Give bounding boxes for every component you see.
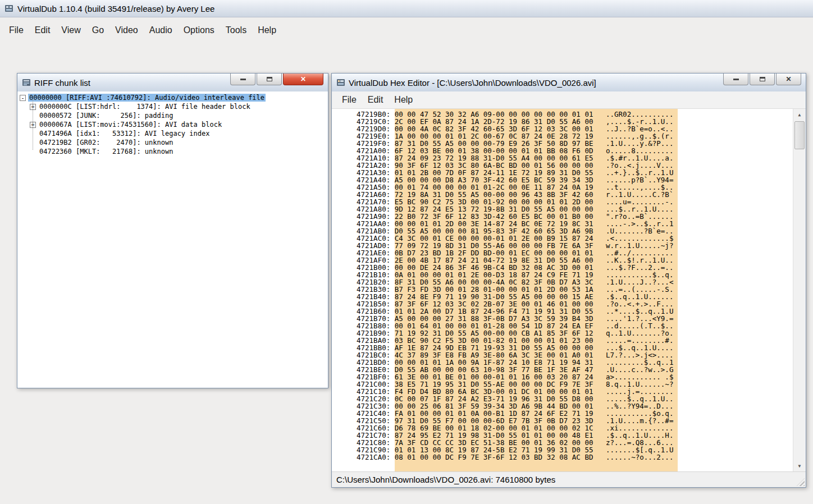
hex-window-icon [336, 78, 345, 87]
minimize-icon [733, 79, 739, 80]
scrollbar-thumb[interactable] [794, 121, 805, 149]
hex-menu-bar: FileEditHelp [332, 91, 806, 109]
tree-indent [20, 116, 30, 116]
tree-indent [20, 152, 30, 152]
hex-row[interactable]: 4721CA0: 08 01 00 00 DC F9 7E 3F-6F 12 0… [357, 453, 673, 461]
hex-status-bar: C:\Users\John\Downloads\VDO_0026.avi: 74… [332, 471, 806, 487]
main-window-titlebar[interactable]: VirtualDub 1.10.4 (build 35491/release) … [0, 0, 813, 17]
main-menu-view[interactable]: View [56, 23, 86, 38]
collapse-icon[interactable]: - [20, 95, 26, 101]
riff-tree-item[interactable]: 04722360 [MKLT: 21768]: unknown [20, 147, 328, 156]
riff-window-icon [22, 78, 31, 87]
scroll-up-icon[interactable]: ▲ [793, 109, 806, 120]
riff-tree-item[interactable]: +0000067A [LIST:movi:74531560]: AVI data… [20, 120, 328, 129]
riff-tree-item-label[interactable]: 00000572 [JUNK: 256]: padding [38, 112, 174, 120]
hex-bytes[interactable]: 08 01 00 00 DC F9 7E 3F-6F 12 03 BD 32 0… [395, 453, 593, 461]
main-menu-bar: FileEditViewGoVideoAudioOptionsToolsHelp [0, 17, 813, 43]
tree-connector-line [33, 99, 33, 150]
riff-window-title: RIFF chunk list [34, 78, 90, 88]
main-menu-edit[interactable]: Edit [29, 23, 56, 38]
riff-chunk-list-window: RIFF chunk list ✕ -00000000 [RIFF:AVI :7… [17, 73, 328, 388]
hex-address: 4721CA0: [357, 453, 395, 461]
riff-tree-item-label[interactable]: 0000000C [LIST:hdrl: 1374]: AVI file hea… [38, 103, 252, 111]
hex-maximize-button[interactable] [750, 74, 775, 85]
main-window-title: VirtualDub 1.10.4 (build 35491/release) … [17, 4, 214, 13]
riff-tree-item-label[interactable]: 00000000 [RIFF:AVI :74610792]: Audio/vid… [28, 94, 266, 102]
main-menu-tools[interactable]: Tools [220, 23, 252, 38]
hex-close-button[interactable]: ✕ [776, 74, 801, 85]
riff-maximize-button[interactable] [257, 74, 282, 85]
riff-tree-item[interactable]: 0471496A [idx1: 53312]: AVI legacy index [20, 129, 328, 138]
virtualdub-app-icon [4, 4, 13, 13]
tree-indent [20, 107, 30, 107]
hex-window-titlebar[interactable]: VirtualDub Hex Editor - [C:\Users\John\D… [332, 74, 806, 92]
riff-tree-item[interactable]: 047219B2 [GR02: 2470]: unknown [20, 138, 328, 147]
hex-view: 47219B0: 00 00 47 52 30 32 A6 09-00 00 0… [332, 109, 806, 471]
main-menu-options[interactable]: Options [178, 23, 220, 38]
hex-ascii[interactable]: ......~?o...2... [606, 453, 673, 461]
hex-window-title: VirtualDub Hex Editor - [C:\Users\John\D… [349, 78, 596, 88]
hex-menu-edit[interactable]: Edit [362, 93, 389, 107]
main-menu-go[interactable]: Go [86, 23, 109, 38]
main-menu-video[interactable]: Video [109, 23, 144, 38]
hex-rows: 47219B0: 00 00 47 52 30 32 A6 09-00 00 0… [357, 111, 673, 461]
riff-tree-item-label[interactable]: 0000067A [LIST:movi:74531560]: AVI data … [38, 121, 223, 129]
vertical-scrollbar[interactable]: ▲ ▼ [793, 109, 806, 471]
resize-grip[interactable] [797, 478, 805, 486]
main-menu-file[interactable]: File [3, 23, 29, 38]
riff-minimize-button[interactable] [230, 74, 255, 85]
riff-tree-item-label[interactable]: 04722360 [MKLT: 21768]: unknown [38, 148, 174, 155]
riff-tree-item-label[interactable]: 047219B2 [GR02: 2470]: unknown [38, 139, 174, 146]
riff-tree-item[interactable]: -00000000 [RIFF:AVI :74610792]: Audio/vi… [20, 93, 328, 102]
maximize-icon [760, 77, 765, 81]
hex-menu-file[interactable]: File [336, 93, 362, 107]
main-menu-help[interactable]: Help [252, 23, 282, 38]
riff-close-button[interactable]: ✕ [283, 74, 323, 85]
hex-minimize-button[interactable] [723, 74, 748, 85]
status-text: C:\Users\John\Downloads\VDO_0026.avi: 74… [336, 475, 555, 484]
riff-tree-item-label[interactable]: 0471496A [idx1: 53312]: AVI legacy index [38, 130, 211, 138]
close-icon: ✕ [300, 76, 306, 83]
riff-tree-item[interactable]: 00000572 [JUNK: 256]: padding [20, 111, 328, 120]
hex-menu-help[interactable]: Help [389, 93, 418, 107]
riff-window-titlebar[interactable]: RIFF chunk list ✕ [17, 74, 328, 92]
minimize-icon [240, 79, 246, 80]
scroll-down-icon[interactable]: ▼ [793, 460, 806, 471]
main-menu-audio[interactable]: Audio [144, 23, 178, 38]
tree-indent [20, 134, 30, 134]
hex-editor-window: VirtualDub Hex Editor - [C:\Users\John\D… [331, 73, 806, 488]
tree-indent [20, 143, 30, 143]
riff-tree: -00000000 [RIFF:AVI :74610792]: Audio/vi… [17, 91, 328, 388]
riff-tree-item[interactable]: +0000000C [LIST:hdrl: 1374]: AVI file he… [20, 102, 328, 111]
tree-indent [20, 125, 30, 125]
maximize-icon [267, 77, 272, 81]
close-icon: ✕ [785, 76, 791, 83]
